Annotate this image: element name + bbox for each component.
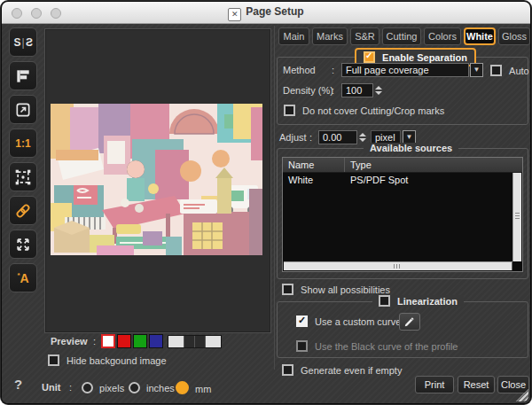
align-tool-button[interactable] — [9, 61, 37, 90]
show-all-label: Show all possibilities — [301, 284, 390, 295]
tab-white[interactable]: White — [464, 27, 496, 45]
inches-radio[interactable] — [129, 382, 140, 393]
density-value: 100 — [346, 85, 362, 96]
export-arrow-icon — [14, 101, 32, 119]
generate-row[interactable]: Generate even if empty — [282, 364, 402, 376]
adjust-up-icon[interactable] — [359, 133, 366, 136]
linearization-title: Linearization — [397, 296, 458, 307]
method-value: Full page coverage — [346, 65, 429, 75]
link-icon — [14, 202, 32, 220]
reset-button[interactable]: Reset — [458, 376, 495, 393]
s-glyph-mirrored: S — [26, 36, 33, 49]
method-label: Method — [283, 65, 316, 75]
enable-separation-checkbox[interactable] — [364, 51, 375, 63]
vscroll-grip-icon — [515, 213, 520, 214]
density-up-icon[interactable] — [375, 86, 382, 90]
generate-checkbox[interactable] — [282, 364, 293, 376]
preview-swatch-red[interactable] — [117, 334, 131, 348]
tab-gloss[interactable]: Gloss — [498, 27, 530, 45]
crop-marks-tool-button[interactable] — [9, 162, 37, 191]
tab-sr[interactable]: S&R — [350, 27, 379, 45]
tab-cutting[interactable]: Cutting — [382, 27, 421, 45]
show-all-row[interactable]: Show all possibilities — [282, 284, 390, 295]
black-curve-checkbox[interactable] — [296, 340, 308, 352]
generate-label: Generate even if empty — [301, 365, 402, 376]
annotate-tool-button[interactable]: *A — [9, 263, 37, 292]
titlebar[interactable]: ✕Page Setup — [2, 2, 530, 24]
tab-marks[interactable]: Marks — [312, 27, 348, 45]
expand-icon — [14, 236, 32, 253]
slider-thumb-b[interactable] — [195, 336, 206, 347]
pixels-label: pixels — [99, 383, 124, 393]
available-sources-table[interactable]: Name Type White PS/PDF Spot — [282, 157, 523, 272]
preview-swatch-green[interactable] — [133, 334, 147, 348]
preview-image[interactable] — [51, 104, 262, 255]
tab-main[interactable]: Main — [278, 27, 309, 45]
adjust-colon: : — [309, 132, 312, 143]
edit-curve-button[interactable] — [399, 313, 420, 331]
pixels-radio[interactable] — [82, 382, 93, 393]
inches-label: inches — [146, 383, 175, 393]
preview-tone-slider[interactable] — [168, 335, 222, 348]
link-tool-button[interactable] — [9, 196, 37, 225]
density-down-icon[interactable] — [375, 91, 382, 95]
hide-background-row[interactable]: Hide backgound image — [48, 354, 167, 366]
method-colon: : — [332, 65, 334, 75]
black-curve-row[interactable]: Use the Black curve of the profile — [296, 340, 458, 352]
hscroll-grip-icon — [394, 264, 395, 269]
auto-checkbox[interactable] — [490, 65, 502, 76]
show-all-checkbox[interactable] — [282, 284, 293, 295]
marks-icon — [14, 168, 32, 186]
unit-radio-inches[interactable]: inches — [129, 382, 175, 393]
preview-label: Preview — [51, 336, 88, 347]
custom-curve-label: Use a custom curve — [315, 316, 401, 327]
linearization-legend[interactable]: Linearization — [372, 295, 464, 307]
print-button[interactable]: Print — [415, 376, 454, 393]
table-vertical-scrollbar[interactable] — [512, 173, 521, 261]
slider-thumb-a[interactable] — [184, 336, 195, 347]
close-button[interactable]: Close — [497, 376, 529, 393]
density-input[interactable]: 100 — [341, 83, 373, 97]
preview-panel — [44, 28, 271, 333]
mm-radio[interactable] — [176, 381, 189, 394]
slider-track-right — [206, 336, 221, 347]
step-and-repeat-tool-button[interactable]: S|S — [9, 27, 37, 57]
sources-table-header[interactable]: Name Type — [283, 158, 522, 173]
method-dropdown-arrow-icon[interactable]: ▼ — [470, 63, 483, 77]
enable-separation-label: Enable Separation — [382, 52, 467, 63]
auto-label: Auto — [509, 66, 529, 76]
table-row[interactable]: White PS/PDF Spot — [283, 173, 522, 187]
custom-curve-checkbox[interactable] — [296, 315, 308, 327]
tab-colors[interactable]: Colors — [424, 27, 461, 45]
do-not-cover-row[interactable]: Do not cover Cutting/Crop marks — [284, 105, 444, 116]
density-stepper[interactable] — [375, 82, 384, 98]
density-label: Density (%) — [283, 85, 333, 96]
panel-divider — [274, 26, 275, 370]
preview-swatch-white[interactable] — [101, 334, 115, 348]
expand-tool-button[interactable] — [9, 230, 37, 259]
unit-radio-pixels[interactable]: pixels — [82, 382, 124, 393]
col-name[interactable]: Name — [283, 158, 345, 172]
method-select[interactable]: Full page coverage — [341, 63, 469, 77]
help-button[interactable]: ? — [14, 377, 22, 392]
preview-swatch-blue[interactable] — [149, 334, 163, 348]
hide-background-checkbox[interactable] — [48, 354, 59, 366]
page-setup-dialog: ✕Page Setup S|S 1:1 — [1, 1, 531, 404]
available-sources-title: Available sources — [364, 143, 458, 153]
scale-tool-button[interactable] — [9, 95, 37, 124]
unit-radio-mm[interactable]: mm — [176, 381, 211, 394]
one-to-one-tool-button[interactable]: 1:1 — [9, 129, 37, 158]
align-icon — [14, 67, 32, 85]
col-type[interactable]: Type — [345, 158, 522, 172]
table-horizontal-scrollbar[interactable] — [284, 261, 512, 270]
row-type: PS/PDF Spot — [345, 173, 522, 187]
do-not-cover-label: Do not cover Cutting/Crop marks — [302, 105, 444, 116]
adjust-down-icon[interactable] — [359, 138, 366, 142]
linearization-checkbox[interactable] — [379, 295, 390, 307]
adjust-input[interactable]: 0.00 — [318, 130, 357, 144]
annotate-a-icon: A — [20, 271, 29, 285]
custom-curve-row[interactable]: Use a custom curve — [296, 315, 401, 327]
unit-colon: : — [69, 382, 72, 393]
do-not-cover-checkbox[interactable] — [284, 105, 295, 116]
auto-row[interactable]: Auto — [490, 65, 529, 76]
